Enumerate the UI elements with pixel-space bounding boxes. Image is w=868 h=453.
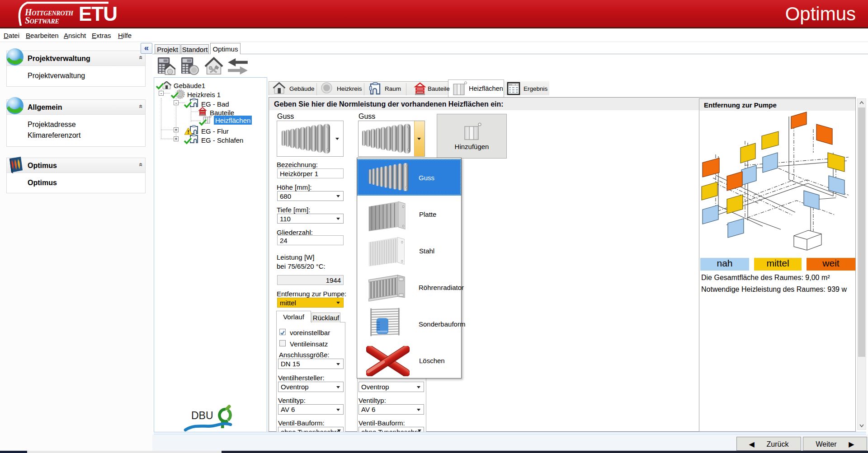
- svg-text:DBU: DBU: [191, 410, 213, 421]
- svg-text:HOTTGENROTH: HOTTGENROTH: [24, 7, 74, 17]
- svg-text:ETU: ETU: [79, 3, 117, 25]
